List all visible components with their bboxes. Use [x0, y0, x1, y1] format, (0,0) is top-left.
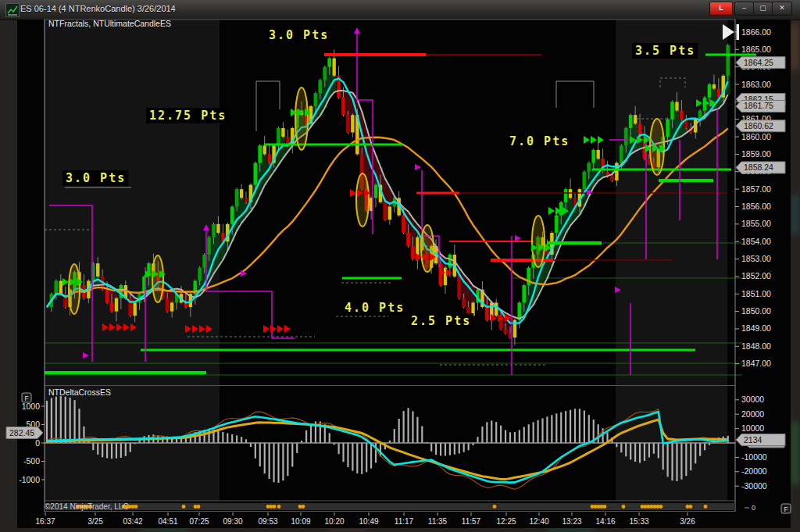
svg-text:30000: 30000 — [741, 395, 764, 404]
svg-text:1866.00: 1866.00 — [741, 27, 771, 37]
svg-text:1847.00: 1847.00 — [741, 359, 771, 368]
time-label: 14:16 — [595, 517, 615, 526]
time-label: 04:51 — [158, 517, 177, 526]
time-label: 11:57 — [462, 517, 481, 526]
svg-text:1864.25: 1864.25 — [744, 58, 773, 67]
svg-text:0: 0 — [35, 438, 40, 448]
svg-text:1859.00: 1859.00 — [741, 149, 771, 159]
svg-text:1852.00: 1852.00 — [741, 271, 771, 280]
svg-text:282.45: 282.45 — [9, 428, 34, 437]
time-label: 13:23 — [562, 517, 581, 526]
time-label: 09:53 — [258, 517, 277, 526]
svg-text:1853.00: 1853.00 — [741, 254, 771, 263]
svg-text:-20000: -20000 — [741, 466, 767, 476]
svg-text:1863.00: 1863.00 — [741, 80, 771, 89]
svg-text:1850.00: 1850.00 — [741, 306, 771, 316]
svg-text:1855.00: 1855.00 — [741, 219, 771, 228]
svg-text:0: 0 — [752, 504, 755, 512]
time-label: 10:09 — [291, 517, 310, 526]
svg-text:©2014 NinjaTrader, LLC: ©2014 NinjaTrader, LLC — [45, 502, 129, 511]
time-label: 15:33 — [629, 517, 648, 526]
time-label: 07:25 — [189, 517, 209, 526]
time-label: 3/26 — [680, 517, 695, 526]
svg-text:-500: -500 — [23, 456, 40, 466]
lower-axis-right[interactable]: 300002000010000-10000-20000-3000092134 — [735, 395, 785, 490]
svg-text:1856.00: 1856.00 — [741, 202, 771, 211]
svg-text:1854.00: 1854.00 — [741, 237, 771, 246]
svg-text:12.75 Pts: 12.75 Pts — [149, 109, 227, 123]
svg-text:-10000: -10000 — [741, 452, 767, 462]
time-label: 09:30 — [223, 517, 242, 526]
svg-text:1865.00: 1865.00 — [741, 45, 771, 54]
svg-text:2134: 2134 — [744, 435, 762, 445]
svg-text:F: F — [24, 395, 28, 402]
svg-text:1849.00: 1849.00 — [741, 323, 771, 333]
panel-f-marker-top[interactable]: F — [22, 393, 31, 402]
svg-text:3.5 Pts: 3.5 Pts — [635, 44, 695, 58]
svg-text:NTDeltaCrossES: NTDeltaCrossES — [48, 387, 111, 397]
svg-text:F: F — [784, 505, 788, 513]
svg-text:4.0 Pts: 4.0 Pts — [345, 301, 405, 315]
time-label: 12:40 — [529, 517, 548, 526]
time-label: 10:20 — [324, 517, 344, 526]
svg-text:20000: 20000 — [741, 409, 764, 419]
svg-text:-1000: -1000 — [19, 475, 40, 484]
go-to-end-icon[interactable] — [723, 24, 739, 40]
svg-text:3.0 Pts: 3.0 Pts — [269, 28, 329, 42]
svg-text:2.5 Pts: 2.5 Pts — [411, 314, 471, 328]
svg-text:NTFractals, NTUltimateCandleES: NTFractals, NTUltimateCandleES — [48, 19, 171, 28]
svg-text:10000: 10000 — [741, 423, 764, 433]
svg-text:3.0 Pts: 3.0 Pts — [66, 171, 126, 185]
svg-text:7.0 Pts: 7.0 Pts — [509, 134, 570, 148]
chart-drawing: 3.0 Pts12.75 Pts3.0 Pts4.0 Pts2.5 Pts7.0… — [0, 0, 800, 532]
svg-text:1861.75: 1861.75 — [744, 101, 773, 110]
panel-f-marker-bottom[interactable]: F — [781, 504, 791, 513]
ninjatrader-chart-window: { "window": { "title": "ES 06-14 (4 NTRe… — [0, 0, 800, 532]
svg-text:1860.62: 1860.62 — [744, 121, 773, 130]
svg-text:1857.00: 1857.00 — [741, 184, 771, 194]
svg-text:1851.00: 1851.00 — [741, 289, 771, 298]
time-label: 3/25 — [88, 517, 103, 526]
signal-dot-strip — [45, 503, 735, 510]
svg-text:1860.00: 1860.00 — [741, 132, 771, 141]
time-label: 10:49 — [359, 517, 378, 526]
svg-text:1848.00: 1848.00 — [741, 341, 771, 351]
price-axis[interactable]: 1866.001865.001864.001863.001862.001861.… — [735, 27, 785, 369]
svg-text:-30000: -30000 — [741, 481, 767, 491]
time-label: 03:42 — [123, 517, 142, 526]
time-label: 12:25 — [496, 517, 516, 526]
time-label: 11:35 — [428, 517, 448, 526]
svg-text:1858.24: 1858.24 — [744, 162, 773, 172]
lower-axis-left[interactable]: 10005000-500-1000282.45 — [6, 402, 45, 484]
time-label: 11:17 — [395, 517, 414, 526]
time-label: 16:37 — [35, 517, 55, 526]
